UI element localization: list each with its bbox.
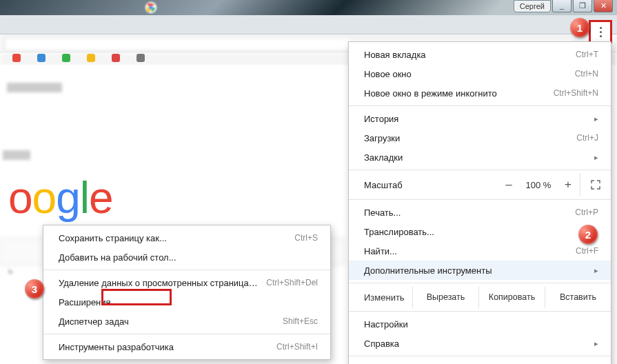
window-maximize-button[interactable]: ❐ [573, 0, 592, 12]
menu-item-label: История [364, 114, 586, 124]
menu-cast[interactable]: Транслировать... [349, 222, 611, 241]
chevron-right-icon: ▸ [594, 266, 598, 275]
menu-separator [349, 311, 611, 312]
menu-new-tab[interactable]: Новая вкладка Ctrl+T [349, 45, 611, 64]
menu-item-shortcut: Ctrl+N [575, 69, 598, 79]
menu-item-label: Изменить [364, 286, 412, 308]
submenu-extensions[interactable]: Расширения [43, 292, 330, 312]
zoom-out-button[interactable]: – [497, 174, 520, 195]
menu-item-label: Закладки [364, 152, 586, 163]
svg-point-1 [149, 6, 152, 9]
annotation-badge-1: 1 [570, 18, 589, 37]
tab-strip [0, 15, 617, 34]
chrome-menu-button[interactable] [589, 20, 612, 43]
submenu-task-manager[interactable]: Диспетчер задач Shift+Esc [43, 312, 330, 331]
menu-item-label: Печать... [364, 208, 567, 218]
google-logo: oogle [8, 172, 113, 223]
zoom-value: 100 % [520, 180, 556, 190]
annotation-badge-2: 2 [578, 225, 598, 244]
menu-item-label: Масштаб [364, 180, 497, 190]
menu-print[interactable]: Печать... Ctrl+P [349, 203, 611, 222]
menu-settings[interactable]: Настройки [349, 314, 611, 334]
menu-separator [349, 199, 611, 200]
menu-new-window[interactable]: Новое окно Ctrl+N [349, 64, 611, 83]
chrome-main-menu: Новая вкладка Ctrl+T Новое окно Ctrl+N Н… [348, 41, 611, 364]
menu-item-label: Диспетчер задач [59, 316, 274, 327]
menu-find[interactable]: Найти... Ctrl+F [349, 241, 611, 261]
menu-item-shortcut: Shift+Esc [283, 316, 318, 326]
menu-item-shortcut: Ctrl+Shift+I [276, 342, 318, 352]
menu-item-label: Новая вкладка [364, 50, 567, 60]
menu-item-label: Транслировать... [364, 227, 598, 237]
chevron-right-icon: ▸ [594, 153, 598, 162]
window-minimize-button[interactable]: _ [552, 0, 572, 12]
menu-item-label: Найти... [364, 246, 567, 256]
menu-item-label: Расширения [59, 297, 318, 307]
menu-help[interactable]: Справка ▸ [349, 334, 611, 353]
edit-cut-button[interactable]: Вырезать [412, 286, 478, 308]
menu-item-label: Справка [364, 338, 586, 349]
menu-item-label: Удаление данных о просмотренных страница… [59, 278, 258, 288]
submenu-save-page[interactable]: Сохранить страницу как... Ctrl+S [43, 228, 330, 247]
menu-edit-row: Изменить Вырезать Копировать Вставить [349, 286, 611, 308]
menu-zoom-row: Масштаб – 100 % + [349, 173, 611, 196]
window-close-button[interactable]: ✕ [594, 0, 613, 12]
menu-separator [43, 334, 330, 334]
menu-separator [349, 170, 611, 170]
menu-incognito[interactable]: Новое окно в режиме инкогнито Ctrl+Shift… [349, 83, 611, 103]
submenu-clear-browsing-data[interactable]: Удаление данных о просмотренных страница… [43, 273, 330, 292]
menu-item-shortcut: Ctrl+Shift+Del [266, 278, 318, 287]
menu-item-label: Сохранить страницу как... [59, 233, 286, 243]
annotation-badge-3: 3 [25, 279, 44, 299]
menu-item-label: Дополнительные инструменты [364, 265, 586, 276]
menu-separator [349, 356, 611, 356]
menu-separator [43, 270, 330, 270]
menu-item-shortcut: Ctrl+T [576, 50, 598, 59]
vertical-dots-icon [600, 27, 602, 37]
menu-downloads[interactable]: Загрузки Ctrl+J [349, 128, 611, 148]
menu-bookmarks[interactable]: Закладки ▸ [349, 148, 611, 167]
bookmarks-favicons [12, 54, 145, 62]
submenu-add-desktop[interactable]: Добавить на рабочий стол... [43, 247, 330, 267]
menu-item-label: Инструменты разработчика [59, 342, 268, 352]
chevron-right-icon: ▸ [594, 339, 598, 348]
window-user-badge[interactable]: Сергей [514, 0, 551, 12]
edit-copy-button[interactable]: Копировать [478, 286, 545, 308]
more-tools-submenu: Сохранить страницу как... Ctrl+S Добавит… [43, 225, 331, 360]
menu-exit[interactable]: Выход Ctrl+Shift+Q [349, 359, 611, 364]
menu-more-tools[interactable]: Дополнительные инструменты ▸ [349, 261, 611, 280]
menu-item-label: Настройки [364, 319, 598, 330]
menu-separator [349, 283, 611, 283]
menu-item-shortcut: Ctrl+F [576, 246, 598, 256]
menu-item-label: Новое окно [364, 69, 567, 79]
menu-item-label: Новое окно в режиме инкогнито [364, 88, 545, 99]
chevron-right-icon: ▸ [594, 114, 598, 123]
fullscreen-icon [591, 180, 600, 190]
menu-history[interactable]: История ▸ [349, 109, 611, 128]
menu-item-label: Загрузки [364, 133, 568, 143]
zoom-in-button[interactable]: + [556, 174, 580, 195]
menu-item-shortcut: Ctrl+Shift+N [554, 88, 598, 98]
chrome-logo-icon [145, 1, 157, 14]
window-controls: _ ❐ ✕ [552, 0, 613, 14]
menu-item-label: Добавить на рабочий стол... [59, 252, 318, 263]
menu-separator [349, 105, 611, 106]
menu-item-shortcut: Ctrl+P [575, 208, 598, 217]
fullscreen-button[interactable] [580, 180, 611, 190]
menu-item-shortcut: Ctrl+S [294, 233, 318, 243]
submenu-dev-tools[interactable]: Инструменты разработчика Ctrl+Shift+I [43, 337, 330, 356]
edit-paste-button[interactable]: Вставить [545, 286, 611, 308]
menu-item-shortcut: Ctrl+J [576, 133, 598, 143]
